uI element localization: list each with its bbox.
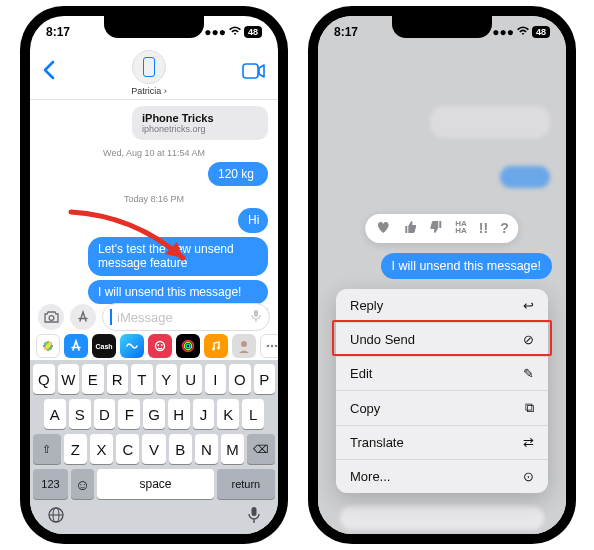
tapback-heart[interactable] (375, 220, 391, 237)
key-s[interactable]: S (69, 399, 91, 429)
reply-icon: ↩ (523, 298, 534, 313)
key-u[interactable]: U (180, 364, 202, 394)
app-strip[interactable]: Cash (30, 332, 278, 360)
signal-icon: ●●● (492, 25, 514, 39)
apple-cash-icon[interactable]: Cash (92, 334, 116, 358)
key-w[interactable]: W (58, 364, 80, 394)
translate-icon: ⇄ (523, 435, 534, 450)
key-e[interactable]: E (82, 364, 104, 394)
notch (104, 16, 204, 38)
photos-app-icon[interactable] (36, 334, 60, 358)
key-return[interactable]: return (217, 469, 275, 499)
svg-point-17 (212, 348, 215, 351)
link-preview[interactable]: iPhone Tricks iphonetricks.org (132, 106, 268, 140)
menu-more[interactable]: More... ⊙ (336, 460, 548, 493)
blurred-background: 8:17 ●●● 48 (318, 16, 566, 534)
message-bubble[interactable]: Hi (238, 208, 268, 232)
fitness-app-icon[interactable] (176, 334, 200, 358)
key-emoji[interactable]: ☺ (71, 469, 94, 499)
key-d[interactable]: D (94, 399, 116, 429)
key-a[interactable]: A (44, 399, 66, 429)
key-h[interactable]: H (168, 399, 190, 429)
dictate-button[interactable] (247, 506, 261, 528)
key-123[interactable]: 123 (33, 469, 68, 499)
key-t[interactable]: T (131, 364, 153, 394)
key-f[interactable]: F (118, 399, 140, 429)
key-l[interactable]: L (242, 399, 264, 429)
audio-app-icon[interactable] (120, 334, 144, 358)
copy-icon: ⧉ (525, 400, 534, 416)
key-j[interactable]: J (193, 399, 215, 429)
menu-reply[interactable]: Reply ↩ (336, 289, 548, 323)
facetime-button[interactable] (242, 63, 266, 83)
key-shift[interactable]: ⇧ (33, 434, 61, 464)
text-caret (110, 309, 112, 325)
key-b[interactable]: B (169, 434, 192, 464)
appstore-app-icon[interactable] (64, 334, 88, 358)
screen-right: 8:17 ●●● 48 (318, 16, 566, 534)
key-x[interactable]: X (90, 434, 113, 464)
timestamp: Wed, Aug 10 at 11:54 AM (40, 148, 268, 158)
key-q[interactable]: Q (33, 364, 55, 394)
app-store-button[interactable] (70, 304, 96, 330)
svg-point-19 (241, 341, 247, 347)
memoji-app-icon[interactable] (148, 334, 172, 358)
contact-button[interactable]: Patricia › (131, 50, 167, 96)
avatar (132, 50, 166, 84)
menu-translate[interactable]: Translate ⇄ (336, 426, 548, 460)
menu-copy[interactable]: Copy ⧉ (336, 391, 548, 426)
back-button[interactable] (42, 60, 56, 86)
key-y[interactable]: Y (156, 364, 178, 394)
notch (392, 16, 492, 38)
keyboard-row-2: A S D F G H J K L (33, 399, 275, 429)
conversation-thread[interactable]: iPhone Tricks iphonetricks.org Wed, Aug … (30, 100, 278, 306)
key-g[interactable]: G (143, 399, 165, 429)
menu-reply-label: Reply (350, 298, 383, 313)
tapback-thumbs-up[interactable] (403, 220, 417, 237)
memoji-avatar-icon[interactable] (232, 334, 256, 358)
screen-left: 8:17 ●●● 48 Patricia › (30, 16, 278, 534)
link-subtitle: iphonetricks.org (142, 124, 258, 134)
more-icon: ⊙ (523, 469, 534, 484)
key-v[interactable]: V (142, 434, 165, 464)
more-apps-icon[interactable] (260, 334, 278, 358)
menu-edit[interactable]: Edit ✎ (336, 357, 548, 391)
key-i[interactable]: I (205, 364, 227, 394)
tapback-exclaim[interactable]: !! (479, 220, 488, 237)
key-p[interactable]: P (254, 364, 276, 394)
key-c[interactable]: C (116, 434, 139, 464)
message-input[interactable]: iMessage (102, 303, 270, 331)
status-time: 8:17 (46, 25, 70, 39)
wifi-icon (228, 25, 242, 39)
message-bubble[interactable]: 120 kg (208, 162, 268, 186)
edit-icon: ✎ (523, 366, 534, 381)
key-n[interactable]: N (195, 434, 218, 464)
contact-name: Patricia (131, 86, 161, 96)
tapback-question[interactable]: ? (500, 220, 509, 237)
link-title: iPhone Tricks (142, 112, 258, 124)
message-bubble[interactable]: Let's test the new unsend message featur… (88, 237, 268, 276)
svg-point-22 (275, 345, 278, 348)
annotation-highlight-box (332, 320, 552, 356)
key-m[interactable]: M (221, 434, 244, 464)
globe-button[interactable] (47, 506, 65, 528)
camera-button[interactable] (38, 304, 64, 330)
dictate-icon[interactable] (251, 309, 261, 326)
svg-point-16 (186, 344, 190, 348)
tapback-thumbs-down[interactable] (429, 220, 443, 237)
key-o[interactable]: O (229, 364, 251, 394)
key-r[interactable]: R (107, 364, 129, 394)
timestamp: Today 8:16 PM (40, 194, 268, 204)
svg-point-1 (49, 316, 54, 321)
key-z[interactable]: Z (64, 434, 87, 464)
tapback-bar: HAHA !! ? (365, 214, 518, 243)
key-k[interactable]: K (217, 399, 239, 429)
key-delete[interactable]: ⌫ (247, 434, 275, 464)
tapback-haha[interactable]: HAHA (455, 220, 467, 237)
key-space[interactable]: space (97, 469, 214, 499)
input-bar: iMessage (30, 298, 278, 336)
music-app-icon[interactable] (204, 334, 228, 358)
keyboard[interactable]: Q W E R T Y U I O P A S D F G H (30, 360, 278, 534)
selected-message[interactable]: I will unsend this message! (381, 253, 552, 279)
conversation-header: Patricia › (30, 46, 278, 100)
